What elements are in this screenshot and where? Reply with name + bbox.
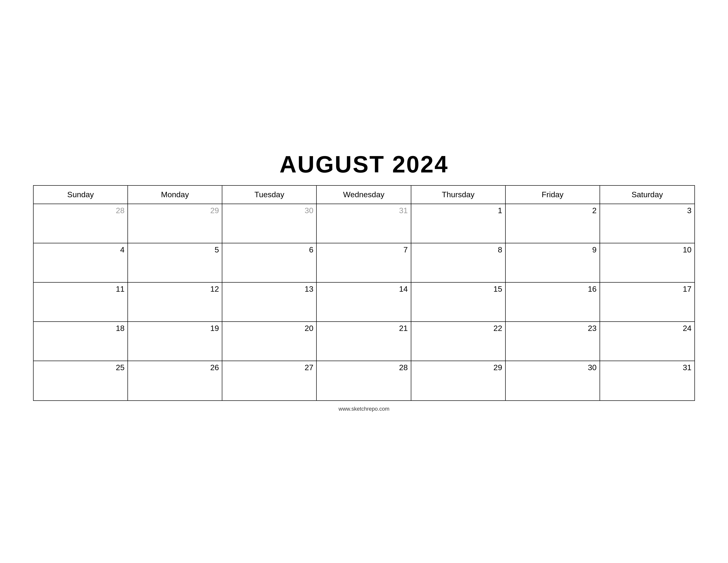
calendar-cell: 13 (222, 283, 317, 322)
day-header-tuesday: Tuesday (222, 186, 317, 203)
calendar-cell: 19 (128, 322, 222, 361)
day-header-wednesday: Wednesday (317, 186, 411, 203)
calendar-cell: 6 (222, 243, 317, 283)
cell-number: 1 (498, 206, 502, 215)
footer-url: www.sketchrepo.com (339, 406, 389, 412)
cell-number: 18 (116, 324, 125, 333)
calendar-body: 2829303112345678910111213141516171819202… (34, 204, 694, 400)
calendar-cell: 26 (128, 361, 222, 400)
calendar-cell: 24 (600, 322, 694, 361)
calendar-cell: 15 (411, 283, 506, 322)
calendar-cell: 29 (128, 204, 222, 243)
cell-number: 31 (399, 206, 408, 215)
page-title: AUGUST 2024 (279, 151, 449, 178)
cell-number: 7 (403, 245, 408, 254)
cell-number: 29 (210, 206, 219, 215)
cell-number: 28 (399, 363, 408, 372)
cell-number: 6 (309, 245, 314, 254)
cell-number: 24 (683, 324, 691, 333)
cell-number: 30 (305, 206, 314, 215)
calendar-cell: 27 (222, 361, 317, 400)
calendar-cell: 30 (506, 361, 600, 400)
calendar-cell: 1 (411, 204, 506, 243)
cell-number: 10 (683, 245, 691, 254)
day-header-monday: Monday (128, 186, 222, 203)
calendar-cell: 10 (600, 243, 694, 283)
calendar-cell: 18 (34, 322, 128, 361)
calendar-cell: 8 (411, 243, 506, 283)
cell-number: 26 (210, 363, 219, 372)
cell-number: 20 (305, 324, 314, 333)
cell-number: 16 (588, 285, 597, 294)
calendar-cell: 14 (317, 283, 411, 322)
calendar-cell: 2 (506, 204, 600, 243)
calendar-cell: 30 (222, 204, 317, 243)
calendar-header: SundayMondayTuesdayWednesdayThursdayFrid… (34, 186, 694, 204)
cell-number: 9 (592, 245, 597, 254)
cell-number: 11 (116, 285, 125, 294)
cell-number: 25 (116, 363, 125, 372)
cell-number: 27 (305, 363, 314, 372)
calendar-cell: 17 (600, 283, 694, 322)
cell-number: 2 (592, 206, 597, 215)
cell-number: 31 (683, 363, 691, 372)
cell-number: 19 (210, 324, 219, 333)
cell-number: 17 (683, 285, 691, 294)
calendar-cell: 22 (411, 322, 506, 361)
day-header-friday: Friday (506, 186, 600, 203)
day-header-saturday: Saturday (600, 186, 694, 203)
cell-number: 28 (116, 206, 125, 215)
calendar-cell: 25 (34, 361, 128, 400)
cell-number: 22 (493, 324, 502, 333)
cell-number: 3 (687, 206, 691, 215)
calendar-cell: 5 (128, 243, 222, 283)
calendar-cell: 7 (317, 243, 411, 283)
calendar-cell: 9 (506, 243, 600, 283)
cell-number: 15 (493, 285, 502, 294)
calendar-cell: 23 (506, 322, 600, 361)
cell-number: 29 (493, 363, 502, 372)
calendar-cell: 28 (34, 204, 128, 243)
calendar-cell: 31 (600, 361, 694, 400)
cell-number: 13 (305, 285, 314, 294)
calendar-cell: 16 (506, 283, 600, 322)
calendar-cell: 11 (34, 283, 128, 322)
day-header-sunday: Sunday (34, 186, 128, 203)
cell-number: 5 (214, 245, 219, 254)
cell-number: 8 (498, 245, 502, 254)
cell-number: 14 (399, 285, 408, 294)
calendar-cell: 12 (128, 283, 222, 322)
cell-number: 12 (210, 285, 219, 294)
cell-number: 4 (120, 245, 125, 254)
cell-number: 21 (399, 324, 408, 333)
calendar-cell: 4 (34, 243, 128, 283)
calendar: SundayMondayTuesdayWednesdayThursdayFrid… (33, 185, 695, 401)
calendar-cell: 3 (600, 204, 694, 243)
calendar-cell: 20 (222, 322, 317, 361)
calendar-cell: 28 (317, 361, 411, 400)
calendar-cell: 31 (317, 204, 411, 243)
calendar-cell: 21 (317, 322, 411, 361)
cell-number: 30 (588, 363, 597, 372)
calendar-cell: 29 (411, 361, 506, 400)
cell-number: 23 (588, 324, 597, 333)
day-header-thursday: Thursday (411, 186, 506, 203)
